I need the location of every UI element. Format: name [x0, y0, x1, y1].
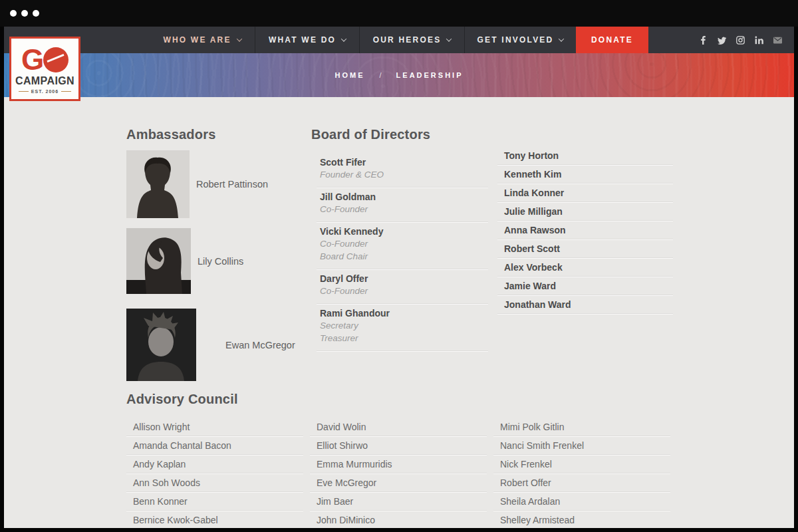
logo-letter-o-circle: [43, 47, 68, 72]
advisory-member-elliot-shirwo: Elliot Shirwo: [310, 436, 487, 455]
board-officer-vicki-kennedy: Vicki KennedyCo-FounderBoard Chair: [317, 222, 488, 269]
officer-title: Board Chair: [320, 250, 488, 263]
advisory-member-shelley-armistead: Shelley Armistead: [493, 511, 670, 528]
board-officer-daryl-offer: Daryl OfferCo-Founder: [317, 269, 488, 304]
board-officer-scott-fifer: Scott FiferFounder & CEO: [317, 153, 488, 188]
ambassador-row: Lily Collins: [126, 228, 307, 294]
advisory-member-john-diminico: John DiMinico: [310, 511, 487, 528]
ambassador-name: Lily Collins: [198, 256, 243, 267]
breadcrumb-home-link[interactable]: HOME: [335, 71, 365, 79]
nav-item-label: WHO WE ARE: [163, 35, 231, 45]
portrait-robert-pattinson: [126, 150, 190, 218]
officer-title: Co-Founder: [320, 237, 488, 250]
linkedin-icon[interactable]: [755, 36, 763, 45]
chevron-down-icon: [236, 36, 241, 41]
board-member-jamie-ward: Jamie Ward: [497, 277, 673, 295]
portrait-lily-collins: [126, 228, 191, 294]
advisory-column-3: Mimi Polk GitlinNanci Smith FrenkelNick …: [493, 418, 670, 528]
board-member-jonathan-ward: Jonathan Ward: [497, 295, 673, 314]
advisory-member-nick-frenkel: Nick Frenkel: [493, 455, 670, 473]
window-dot: [10, 10, 17, 17]
email-icon[interactable]: [773, 36, 782, 45]
nav-item-get-involved[interactable]: GET INVOLVED: [464, 27, 576, 53]
ambassador-name: Robert Pattinson: [196, 179, 268, 190]
board-member-linda-konner: Linda Konner: [497, 184, 673, 202]
window-title-bar: [0, 0, 798, 27]
logo-est-line-left: [19, 91, 29, 92]
officer-title: Treasurer: [320, 332, 488, 344]
ambassador-row: Ewan McGregor: [126, 309, 307, 381]
advisory-grid: Allison WrightAmanda Chantal BaconAndy K…: [126, 418, 677, 528]
board-member-anna-rawson: Anna Rawson: [497, 221, 673, 239]
logo-campaign-text: CAMPAIGN: [15, 75, 74, 87]
board-officers-list: Scott FiferFounder & CEOJill GoldmanCo-F…: [311, 153, 488, 351]
donate-button[interactable]: DONATE: [576, 27, 648, 53]
board-member-alex-vorbeck: Alex Vorbeck: [497, 258, 673, 277]
nav-item-our-heroes[interactable]: OUR HEROES: [359, 27, 464, 53]
breadcrumb: HOME / LEADERSHIP: [4, 53, 794, 97]
advisory-member-emma-murmuridis: Emma Murmuridis: [310, 455, 487, 473]
advisory-member-benn-konner: Benn Konner: [126, 492, 303, 511]
officer-title: Co-Founder: [320, 203, 488, 215]
officer-name: Vicki Kennedy: [320, 225, 488, 237]
social-icons: [699, 27, 782, 53]
breadcrumb-separator: /: [380, 71, 382, 79]
advisory-member-eve-mcgregor: Eve McGregor: [310, 473, 487, 492]
twitter-icon[interactable]: [718, 36, 726, 45]
advisory-member-andy-kaplan: Andy Kaplan: [126, 455, 303, 473]
main-navbar: WHO WE AREWHAT WE DOOUR HEROESGET INVOLV…: [4, 27, 794, 53]
advisory-council-section: Advisory Council Allison WrightAmanda Ch…: [126, 391, 677, 528]
board-officer-jill-goldman: Jill GoldmanCo-Founder: [317, 188, 488, 222]
officer-title: Secretary: [320, 319, 488, 332]
board-member-robert-scott: Robert Scott: [497, 239, 673, 258]
chevron-down-icon: [341, 36, 346, 41]
officer-name: Jill Goldman: [320, 191, 488, 203]
officer-title: Co-Founder: [320, 285, 488, 297]
advisory-member-robert-offer: Robert Offer: [493, 473, 670, 492]
ambassador-row: Robert Pattinson: [126, 150, 307, 218]
breadcrumb-current[interactable]: LEADERSHIP: [396, 71, 464, 79]
logo-est-line-right: [61, 91, 71, 92]
go-campaign-logo[interactable]: G CAMPAIGN EST. 2006: [9, 37, 80, 101]
board-heading: Board of Directors: [311, 126, 488, 142]
site-frame: G CAMPAIGN EST. 2006 WHO WE AREWHAT WE D…: [4, 27, 794, 528]
officer-name: Rami Ghandour: [320, 307, 488, 319]
advisory-member-jim-baer: Jim Baer: [310, 492, 487, 511]
board-member-kenneth-kim: Kenneth Kim: [497, 165, 673, 184]
page-content: Ambassadors Robert PattinsonLily Collins…: [4, 97, 794, 528]
officer-title: Founder & CEO: [320, 168, 488, 181]
logo-est-text: EST. 2006: [19, 89, 71, 94]
window-dot: [33, 10, 39, 17]
portrait-ewan-mcgregor: [126, 309, 196, 381]
facebook-icon[interactable]: [699, 36, 708, 45]
officer-name: Daryl Offer: [320, 273, 488, 285]
ambassador-name: Ewan McGregor: [225, 340, 295, 350]
ambassadors-section: Ambassadors Robert PattinsonLily Collins…: [126, 126, 307, 381]
window-dot: [21, 10, 28, 17]
advisory-member-amanda-chantal-bacon: Amanda Chantal Bacon: [126, 436, 303, 455]
board-member-tony-horton: Tony Horton: [497, 146, 673, 165]
board-member-julie-milligan: Julie Milligan: [497, 202, 673, 221]
advisory-member-mimi-polk-gitlin: Mimi Polk Gitlin: [493, 418, 670, 436]
nav-item-label: GET INVOLVED: [477, 35, 554, 45]
advisory-member-ann-soh-woods: Ann Soh Woods: [126, 473, 303, 492]
advisory-column-1: Allison WrightAmanda Chantal BaconAndy K…: [126, 418, 303, 528]
advisory-member-allison-wright: Allison Wright: [126, 418, 303, 436]
advisory-column-2: David WolinElliot ShirwoEmma MurmuridisE…: [310, 418, 487, 528]
advisory-member-nanci-smith-frenkel: Nanci Smith Frenkel: [493, 436, 670, 455]
ambassadors-heading: Ambassadors: [126, 126, 307, 142]
chevron-down-icon: [559, 36, 564, 41]
instagram-icon[interactable]: [736, 36, 745, 45]
board-members-list: Tony HortonKenneth KimLinda KonnerJulie …: [497, 146, 673, 314]
logo-letter-g: G: [21, 45, 42, 74]
nav-item-label: OUR HEROES: [373, 35, 442, 45]
nav-item-who-we-are[interactable]: WHO WE ARE: [150, 27, 255, 53]
advisory-member-david-wolin: David Wolin: [310, 418, 487, 436]
advisory-heading: Advisory Council: [126, 391, 677, 407]
logo-go-wordmark: G: [21, 45, 68, 74]
ambassadors-list: Robert PattinsonLily CollinsEwan McGrego…: [126, 150, 307, 381]
board-of-directors-section: Board of Directors Scott FiferFounder & …: [311, 126, 488, 351]
nav-menu: WHO WE AREWHAT WE DOOUR HEROESGET INVOLV…: [150, 27, 794, 53]
nav-item-what-we-do[interactable]: WHAT WE DO: [255, 27, 359, 53]
officer-name: Scott Fifer: [320, 156, 488, 168]
